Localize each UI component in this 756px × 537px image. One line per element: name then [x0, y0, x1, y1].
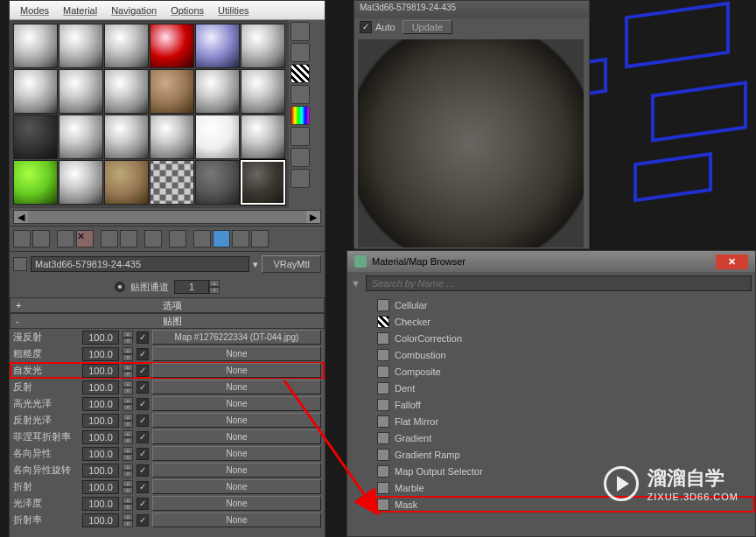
- map-amount-spinner[interactable]: [82, 497, 119, 511]
- spinner-up-icon[interactable]: ▲: [122, 497, 133, 504]
- map-enable-checkbox[interactable]: [136, 481, 149, 493]
- spinner-up-icon[interactable]: ▲: [122, 414, 133, 421]
- make-unique-icon[interactable]: [120, 230, 137, 248]
- map-amount-spinner[interactable]: [82, 430, 119, 444]
- browser-item[interactable]: Checker: [374, 313, 755, 330]
- map-slot-button[interactable]: None: [152, 463, 321, 478]
- browser-item[interactable]: ColorCorrection: [374, 330, 755, 346]
- map-amount-spinner[interactable]: [82, 347, 119, 361]
- spinner-down-icon[interactable]: ▼: [122, 421, 133, 428]
- browser-item[interactable]: Gradient Ramp: [374, 446, 755, 463]
- material-swatch[interactable]: [104, 69, 149, 114]
- map-enable-checkbox[interactable]: [136, 431, 149, 443]
- put-to-scene-icon[interactable]: [32, 230, 50, 248]
- map-slot-button[interactable]: None: [152, 346, 321, 361]
- map-amount-spinner[interactable]: [82, 380, 119, 394]
- sample-type-icon[interactable]: [290, 22, 310, 41]
- swatch-scrollbar[interactable]: ◀ ▶: [13, 210, 321, 224]
- show-map-icon[interactable]: [193, 230, 211, 248]
- material-swatch[interactable]: [195, 24, 240, 68]
- uv-tiling-icon[interactable]: [290, 85, 310, 104]
- material-type-button[interactable]: VRayMtl: [262, 255, 321, 273]
- material-swatch[interactable]: [104, 115, 149, 159]
- spinner-up-icon[interactable]: ▲: [122, 430, 133, 437]
- map-channel-spinner[interactable]: [174, 280, 209, 294]
- rollout-options[interactable]: + 选项: [10, 297, 325, 313]
- browser-item[interactable]: Combustion: [374, 346, 755, 363]
- material-swatch[interactable]: [59, 69, 103, 114]
- browser-item[interactable]: Gradient: [374, 429, 755, 446]
- spinner-down-icon[interactable]: ▼: [122, 520, 133, 527]
- map-enable-checkbox[interactable]: [136, 331, 149, 344]
- menu-modes[interactable]: Modes: [13, 5, 56, 16]
- material-swatch[interactable]: [13, 115, 58, 159]
- browser-item[interactable]: Cellular: [374, 296, 755, 313]
- map-slot-button[interactable]: None: [152, 513, 321, 527]
- options-icon[interactable]: [290, 148, 310, 167]
- menu-options[interactable]: Options: [164, 5, 211, 16]
- spinner-up-icon[interactable]: ▲: [122, 331, 133, 338]
- scroll-left-icon[interactable]: ◀: [14, 211, 28, 223]
- material-swatch[interactable]: [59, 160, 103, 205]
- material-name-input[interactable]: [31, 256, 249, 272]
- material-swatch[interactable]: [13, 24, 58, 68]
- go-forward-icon[interactable]: [251, 230, 269, 248]
- map-slot-button[interactable]: None: [152, 396, 321, 411]
- material-swatch[interactable]: [150, 24, 194, 68]
- map-amount-spinner[interactable]: [82, 464, 119, 478]
- spinner-down-icon[interactable]: ▼: [122, 338, 133, 345]
- map-slot-button[interactable]: None: [152, 363, 321, 378]
- browser-item[interactable]: Flat Mirror: [374, 413, 755, 429]
- map-enable-checkbox[interactable]: [136, 448, 149, 460]
- material-swatch[interactable]: [241, 115, 285, 159]
- map-slot-button[interactable]: None: [152, 380, 321, 394]
- map-enable-checkbox[interactable]: [136, 514, 149, 527]
- map-amount-spinner[interactable]: [82, 414, 119, 428]
- search-input[interactable]: [366, 275, 752, 291]
- map-amount-spinner[interactable]: [82, 513, 119, 527]
- spinner-down-icon[interactable]: ▼: [122, 471, 133, 478]
- map-slot-button[interactable]: Map #1276222334 (DT-044.jpg): [152, 330, 321, 345]
- browser-item[interactable]: Dent: [374, 380, 755, 396]
- select-by-material-icon[interactable]: [290, 169, 310, 188]
- spinner-down-icon[interactable]: ▼: [122, 387, 133, 394]
- map-amount-spinner[interactable]: [82, 397, 119, 411]
- make-copy-icon[interactable]: [101, 230, 118, 248]
- material-id-icon[interactable]: [169, 230, 186, 248]
- show-end-result-icon[interactable]: [213, 230, 230, 248]
- material-swatch-selected[interactable]: [241, 160, 285, 205]
- map-enable-checkbox[interactable]: [136, 498, 149, 510]
- map-enable-checkbox[interactable]: [136, 398, 149, 410]
- material-swatch[interactable]: [59, 24, 103, 68]
- backlight-icon[interactable]: [290, 43, 310, 62]
- spinner-up-icon[interactable]: ▲: [122, 397, 133, 404]
- spinner-up-icon[interactable]: ▲: [122, 513, 133, 520]
- map-amount-spinner[interactable]: [82, 364, 119, 378]
- map-slot-button[interactable]: None: [152, 479, 321, 494]
- map-slot-button[interactable]: None: [152, 429, 321, 444]
- spinner-up-icon[interactable]: ▲: [122, 347, 133, 354]
- spinner-down-icon[interactable]: ▼: [122, 354, 133, 361]
- material-swatch[interactable]: [195, 115, 240, 159]
- rollout-area[interactable]: 贴图通道 ▲▼ + 选项 - 贴图 漫反射 ▲▼ Map #1276222334…: [10, 276, 325, 537]
- menu-navigation[interactable]: Navigation: [104, 5, 164, 16]
- spinner-up-icon[interactable]: ▲: [209, 280, 220, 287]
- map-enable-checkbox[interactable]: [136, 415, 149, 427]
- spinner-up-icon[interactable]: ▲: [122, 480, 133, 487]
- spinner-down-icon[interactable]: ▼: [122, 404, 133, 411]
- rollout-maps[interactable]: - 贴图: [10, 313, 325, 329]
- material-swatch[interactable]: [195, 69, 240, 114]
- browser-item[interactable]: Falloff: [374, 396, 755, 413]
- update-button[interactable]: Update: [402, 20, 452, 34]
- spinner-down-icon[interactable]: ▼: [122, 454, 133, 461]
- auto-checkbox[interactable]: [360, 21, 372, 33]
- assign-icon[interactable]: [57, 230, 74, 248]
- background-icon[interactable]: [290, 64, 310, 83]
- collapse-icon[interactable]: ▼: [351, 278, 360, 289]
- spinner-up-icon[interactable]: ▲: [122, 364, 133, 371]
- spinner-up-icon[interactable]: ▲: [122, 464, 133, 471]
- pick-icon[interactable]: [13, 257, 27, 271]
- spinner-up-icon[interactable]: ▲: [122, 447, 133, 454]
- material-swatch[interactable]: [59, 115, 103, 159]
- material-swatch[interactable]: [13, 69, 58, 114]
